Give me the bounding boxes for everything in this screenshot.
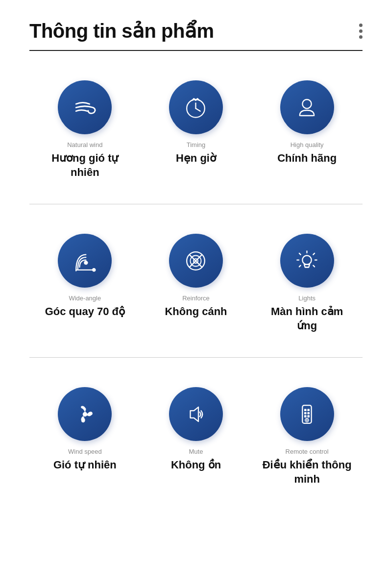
feature-reinforce: Reinforce Không cánh xyxy=(141,229,252,343)
features-section-1: Natural wind Hương gió tự nhiên Timing H… xyxy=(29,75,363,189)
feature-reinforce-subtitle: Reinforce xyxy=(182,294,210,302)
feature-quality: High quality Chính hãng xyxy=(251,75,363,189)
svg-point-3 xyxy=(302,99,311,108)
feature-mute-title: Không ồn xyxy=(171,458,221,472)
natural-wind-icon xyxy=(58,80,112,134)
svg-rect-25 xyxy=(308,412,310,415)
feature-windspeed-subtitle: Wind speed xyxy=(68,448,102,455)
feature-natural-wind: Natural wind Hương gió tự nhiên xyxy=(29,75,141,189)
header-divider xyxy=(29,50,363,51)
feature-natural-wind-title: Hương gió tự nhiên xyxy=(39,151,131,179)
features-section-2: Wide-angle Góc quay 70 độ Reinforce Khôn… xyxy=(29,229,363,343)
svg-line-13 xyxy=(313,253,314,255)
feature-lights: Lights Màn hình cảm ứng xyxy=(251,229,363,343)
feature-remote-subtitle: Remote control xyxy=(286,448,329,455)
feature-reinforce-title: Không cánh xyxy=(165,305,227,319)
feature-quality-subtitle: High quality xyxy=(290,141,324,148)
feature-windspeed-title: Gió tự nhiên xyxy=(53,458,117,472)
feature-lights-subtitle: Lights xyxy=(298,294,315,302)
header: Thông tin sản phẩm xyxy=(29,20,363,42)
feature-remote-title: Điều khiển thông minh xyxy=(261,458,353,486)
section-divider-2 xyxy=(29,357,363,358)
svg-rect-26 xyxy=(304,415,307,417)
page-wrapper: Thông tin sản phẩm Natural wind Hương gi… xyxy=(0,0,387,526)
lights-icon xyxy=(280,234,334,288)
feature-timing-subtitle: Timing xyxy=(187,141,206,148)
feature-mute: Mute Không ồn xyxy=(141,382,252,496)
remote-control-icon xyxy=(280,387,334,441)
mute-icon xyxy=(169,387,223,441)
svg-line-15 xyxy=(313,265,314,267)
feature-wideangle-subtitle: Wide-angle xyxy=(69,294,101,302)
svg-point-10 xyxy=(302,255,311,264)
features-section-3: Wind speed Gió tự nhiên Mute Không ồn xyxy=(29,382,363,496)
svg-line-2 xyxy=(196,108,200,111)
wind-speed-icon xyxy=(58,387,112,441)
svg-point-19 xyxy=(83,413,87,416)
wide-angle-icon xyxy=(58,234,112,288)
svg-rect-24 xyxy=(304,412,307,415)
svg-rect-22 xyxy=(304,409,307,411)
svg-rect-27 xyxy=(308,415,310,417)
feature-timing-title: Hẹn giờ xyxy=(176,151,216,166)
section-divider-1 xyxy=(29,204,363,204)
svg-marker-20 xyxy=(191,407,199,421)
feature-wideangle-title: Góc quay 70 độ xyxy=(45,305,125,319)
feature-mute-subtitle: Mute xyxy=(189,448,203,455)
reinforce-icon xyxy=(169,234,223,288)
page-title: Thông tin sản phẩm xyxy=(29,20,214,42)
feature-timing: Timing Hẹn giờ xyxy=(141,75,252,189)
svg-rect-23 xyxy=(308,409,310,411)
feature-windspeed: Wind speed Gió tự nhiên xyxy=(29,382,141,496)
svg-point-6 xyxy=(93,269,96,271)
timing-icon xyxy=(169,80,223,134)
feature-natural-wind-subtitle: Natural wind xyxy=(67,141,102,148)
svg-line-16 xyxy=(299,253,301,255)
svg-point-4 xyxy=(84,261,87,264)
feature-quality-title: Chính hãng xyxy=(277,151,337,166)
svg-line-18 xyxy=(299,265,301,267)
feature-lights-title: Màn hình cảm ứng xyxy=(261,305,353,333)
feature-wideangle: Wide-angle Góc quay 70 độ xyxy=(29,229,141,343)
more-options-icon[interactable] xyxy=(359,20,363,39)
feature-remote: Remote control Điều khiển thông minh xyxy=(251,382,363,496)
high-quality-icon xyxy=(280,80,334,134)
